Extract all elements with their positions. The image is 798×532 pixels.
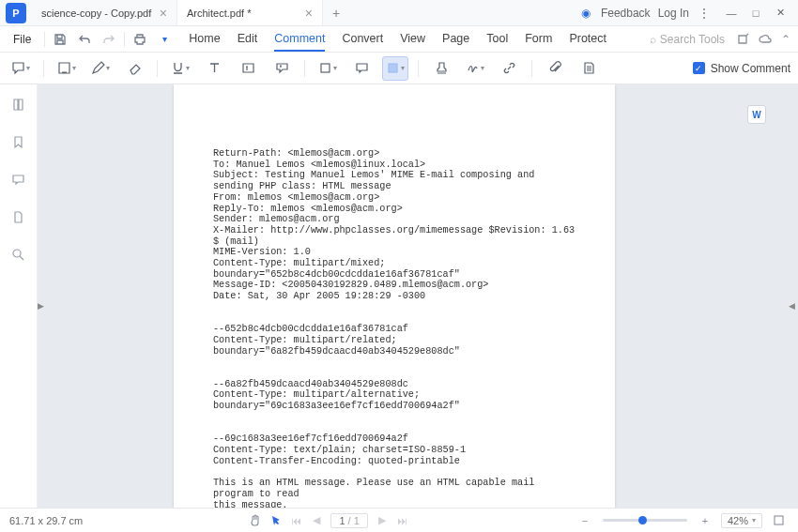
title-bar: P science-copy - Copy.pdf × Architect.pd… [0,0,798,26]
comments-panel-icon[interactable] [10,171,27,188]
maximize-button[interactable]: □ [744,4,768,23]
stamp-tool[interactable] [428,56,454,81]
note-tool[interactable] [8,56,34,81]
zoom-level[interactable]: 42%▾ [721,513,762,528]
menu-tabs: Home Edit Comment Convert View Page Tool… [189,27,606,52]
link-tool[interactable] [496,56,522,81]
thumbnails-icon[interactable] [10,96,27,113]
fit-page-icon[interactable] [768,514,789,526]
redo-icon[interactable] [98,28,120,51]
document-tab[interactable]: science-copy - Copy.pdf × [32,0,177,25]
attachments-panel-icon[interactable] [10,208,27,225]
pencil-tool[interactable] [87,56,114,81]
new-tab-button[interactable]: + [323,6,349,21]
zoom-slider[interactable] [603,519,687,522]
text-tool[interactable] [201,56,227,81]
show-comment-toggle[interactable]: ✓ Show Comment [693,62,790,75]
page-dimensions: 61.71 x 29.7 cm [9,515,83,526]
eraser-tool[interactable] [121,56,147,81]
comment-tool[interactable] [348,56,375,81]
app-logo: P [6,3,26,23]
tab-home[interactable]: Home [189,27,220,52]
save-icon[interactable] [49,28,71,51]
zoom-out-icon[interactable]: − [575,515,595,526]
document-tab[interactable]: Architect.pdf * × [177,0,323,25]
more-icon[interactable]: ⋮ [697,7,712,20]
document-viewport[interactable]: ▶ ◀ Return-Path: <mlemos@acm.org> To: Ma… [38,84,798,508]
document-content: Return-Path: <mlemos@acm.org> To: Manuel… [213,148,575,508]
status-bar: 61.71 x 29.7 cm ⏮ ◀ 1 / 1 ▶ ⏭ − + 42%▾ [0,508,798,532]
dropdown-icon[interactable]: ▾ [153,28,176,51]
zoom-in-icon[interactable]: + [695,515,715,526]
pdf-page: Return-Path: <mlemos@acm.org> To: Manuel… [174,84,615,508]
left-sidebar [0,84,38,508]
svg-rect-1 [389,64,397,72]
expand-right-icon[interactable]: ◀ [789,296,798,315]
close-icon[interactable]: × [160,6,167,21]
svg-rect-0 [321,64,330,72]
title-right: ◉ Feedback Log In ⋮ — □ ✕ [578,4,798,23]
first-page-icon[interactable]: ⏮ [285,515,306,526]
underline-tool[interactable] [167,56,193,81]
page-input[interactable]: 1 / 1 [330,513,367,528]
search-icon: ⌕ [650,33,656,46]
file-menu[interactable]: File [4,29,40,50]
next-page-icon[interactable]: ▶ [372,514,392,526]
main-area: ▶ ◀ Return-Path: <mlemos@acm.org> To: Ma… [0,84,798,508]
hand-tool-icon[interactable] [244,514,265,526]
signature-tool[interactable] [462,56,488,81]
svg-rect-3 [775,516,783,524]
search-panel-icon[interactable] [10,246,27,263]
highlight-tool[interactable] [54,56,80,81]
area-highlight-tool[interactable] [382,56,408,81]
search-tools[interactable]: ⌕ Search Tools [650,33,725,46]
bookmark-icon[interactable] [10,133,27,150]
tab-page[interactable]: Page [442,27,469,52]
document-tool[interactable] [575,56,602,81]
close-button[interactable]: ✕ [768,4,792,23]
tab-convert[interactable]: Convert [342,27,383,52]
feedback-icon[interactable]: ◉ [578,7,593,20]
tab-view[interactable]: View [400,27,425,52]
feedback-link[interactable]: Feedback [601,7,651,20]
print-icon[interactable] [129,28,151,51]
tab-label: Architect.pdf * [187,8,251,19]
minimize-button[interactable]: — [719,4,744,23]
close-icon[interactable]: × [305,6,313,21]
last-page-icon[interactable]: ⏭ [392,515,413,526]
tab-comment[interactable]: Comment [274,27,325,52]
undo-icon[interactable] [73,28,96,51]
select-tool-icon[interactable] [265,514,285,526]
tab-protect[interactable]: Protect [569,27,606,52]
expand-left-icon[interactable]: ▶ [38,296,47,315]
tab-edit[interactable]: Edit [238,27,258,52]
tab-tool[interactable]: Tool [486,27,508,52]
tab-label: science-copy - Copy.pdf [41,8,151,19]
login-link[interactable]: Log In [658,7,689,20]
attachment-tool[interactable] [542,56,568,81]
tab-form[interactable]: Form [525,27,552,52]
shape-tool[interactable] [315,56,341,81]
callout-tool[interactable] [269,56,295,81]
toolbar: ✓ Show Comment [0,53,798,84]
checkbox-icon: ✓ [693,62,705,74]
cloud-icon[interactable] [759,33,772,46]
share-icon[interactable] [736,33,749,46]
word-export-icon[interactable]: W [747,105,766,124]
textbox-tool[interactable] [235,56,261,81]
menu-bar: File ▾ Home Edit Comment Convert View Pa… [0,26,798,53]
svg-point-2 [13,250,21,257]
prev-page-icon[interactable]: ◀ [306,514,327,526]
collapse-icon[interactable]: ⌃ [781,33,790,46]
